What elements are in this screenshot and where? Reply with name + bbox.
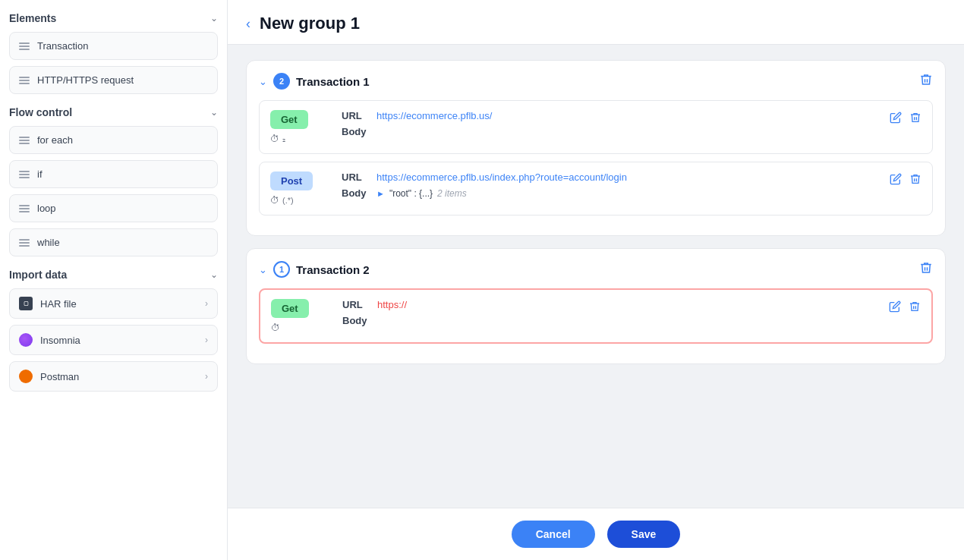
main-content: ‹ New group 1 ⌄ 2 Transaction 1 Get (228, 0, 964, 560)
request-actions-2-1 (889, 299, 921, 315)
edit-icon-1-1[interactable] (890, 112, 902, 126)
page-title: New group 1 (260, 14, 360, 33)
sidebar-item-while[interactable]: while (9, 228, 218, 256)
main-body: ⌄ 2 Transaction 1 Get ⏱ ₂ (228, 45, 964, 508)
timer-row-1-2: ⏱ (.*) (270, 195, 294, 206)
sidebar-item-postman[interactable]: Postman › (9, 361, 218, 392)
url-label-1-1: URL (342, 110, 369, 121)
sidebar-item-loop-label: loop (37, 203, 56, 214)
body-tree-1-2: ► "root" : {...} 2 items (376, 188, 467, 199)
timer-icon-1-1: ⏱ (270, 134, 279, 144)
request-row-1-1: Get ⏱ ₂ URL https://ecommerce.pflb.us/ B… (259, 100, 933, 154)
request-details-1-2: URL https://ecommerce.pflb.us/index.php?… (342, 171, 879, 203)
request-details-1-1: URL https://ecommerce.pflb.us/ Body (342, 110, 879, 142)
har-arrow-icon: › (205, 298, 208, 309)
transaction-card-1: ⌄ 2 Transaction 1 Get ⏱ ₂ (246, 60, 946, 236)
url-field-2-1: URL https:// (342, 299, 878, 310)
footer: Cancel Save (228, 508, 964, 560)
cancel-button[interactable]: Cancel (512, 521, 595, 548)
drag-handle-for-each (19, 137, 30, 144)
method-badge-get-1: Get (270, 110, 308, 129)
sidebar-item-if[interactable]: if (9, 160, 218, 188)
save-button[interactable]: Save (607, 521, 681, 548)
transaction-1-header: ⌄ 2 Transaction 1 (259, 73, 933, 90)
drag-handle-if (19, 171, 30, 178)
insomnia-arrow-icon: › (205, 335, 208, 345)
main-header: ‹ New group 1 (228, 0, 964, 45)
url-field-1-2: URL https://ecommerce.pflb.us/index.php?… (342, 171, 879, 183)
request-actions-1-2 (890, 171, 921, 187)
elements-section-title: Elements (9, 12, 56, 24)
request-row-1-2: Post ⏱ (.*) URL https://ecommerce.pflb.u… (259, 162, 933, 216)
method-block-1-2: Post ⏱ (.*) (270, 171, 331, 206)
sidebar-item-if-label: if (37, 168, 43, 180)
drag-handle-loop (19, 205, 30, 212)
sidebar-item-postman-label: Postman (40, 371, 79, 382)
timer-label-1-1: ₂ (282, 134, 285, 144)
elements-section-header[interactable]: Elements ⌄ (9, 12, 218, 24)
url-value-1-1: https://ecommerce.pflb.us/ (376, 110, 492, 121)
body-label-2-1: Body (342, 315, 370, 326)
delete-icon-2-1[interactable] (909, 300, 921, 315)
method-badge-post-1: Post (270, 171, 313, 190)
drag-handle-transaction (19, 42, 30, 50)
timer-row-2-1: ⏱ (271, 322, 280, 333)
sidebar-item-transaction[interactable]: Transaction (9, 32, 218, 60)
insomnia-icon (19, 333, 33, 347)
flow-control-chevron-icon: ⌄ (210, 107, 218, 118)
method-badge-get-2: Get (271, 299, 309, 318)
transaction-card-2: ⌄ 1 Transaction 2 Get ⏱ (246, 248, 946, 364)
har-icon: ▢ (19, 297, 33, 310)
url-value-1-2: https://ecommerce.pflb.us/index.php?rout… (376, 171, 627, 183)
flow-control-section-title: Flow control (9, 106, 72, 118)
sidebar-item-har-label: HAR file (40, 298, 77, 310)
postman-icon (19, 370, 33, 383)
sidebar-item-http-request[interactable]: HTTP/HTTPS request (9, 66, 218, 94)
method-block-1-1: Get ⏱ ₂ (270, 110, 331, 144)
sidebar-item-insomnia-label: Insomnia (40, 335, 80, 346)
flow-control-section: Flow control ⌄ for each if loop while (9, 106, 218, 256)
transaction-2-header: ⌄ 1 Transaction 2 (259, 261, 933, 278)
url-value-2-1: https:// (377, 299, 407, 310)
edit-icon-1-2[interactable] (890, 173, 902, 187)
sidebar: Elements ⌄ Transaction HTTP/HTTPS reques… (0, 0, 228, 560)
drag-handle-while (19, 239, 30, 247)
sidebar-item-transaction-label: Transaction (37, 40, 88, 52)
request-actions-1-1 (890, 110, 921, 126)
import-data-section-header[interactable]: Import data ⌄ (9, 269, 218, 281)
sidebar-item-loop[interactable]: loop (9, 194, 218, 222)
drag-handle-http (19, 77, 30, 84)
timer-row-1-1: ⏱ ₂ (270, 134, 285, 144)
sidebar-item-while-label: while (37, 237, 60, 248)
delete-icon-1-1[interactable] (909, 112, 921, 126)
import-data-section: Import data ⌄ ▢ HAR file › Insomnia › Po… (9, 269, 218, 392)
body-label-1-1: Body (342, 126, 369, 137)
timer-label-1-2: (.*) (282, 196, 294, 205)
transaction-1-title: Transaction 1 (296, 75, 919, 88)
sidebar-item-for-each-label: for each (37, 134, 73, 146)
body-key-1-2: "root" : {...} (389, 188, 433, 199)
edit-icon-2-1[interactable] (889, 300, 901, 315)
body-label-1-2: Body (342, 187, 369, 199)
transaction-1-delete-btn[interactable] (919, 73, 933, 90)
timer-icon-1-2: ⏱ (270, 195, 279, 206)
timer-icon-2-1: ⏱ (271, 322, 280, 333)
body-field-2-1: Body (342, 315, 878, 326)
flow-control-section-header[interactable]: Flow control ⌄ (9, 106, 218, 118)
sidebar-item-for-each[interactable]: for each (9, 126, 218, 154)
transaction-1-collapse-btn[interactable]: ⌄ (259, 76, 267, 87)
transaction-2-delete-btn[interactable] (919, 261, 933, 278)
url-label-1-2: URL (342, 171, 369, 183)
delete-icon-1-2[interactable] (909, 173, 921, 187)
body-expand-icon-1-2[interactable]: ► (376, 189, 385, 198)
import-data-chevron-icon: ⌄ (210, 269, 218, 280)
sidebar-item-har-file[interactable]: ▢ HAR file › (9, 288, 218, 319)
transaction-2-collapse-btn[interactable]: ⌄ (259, 264, 267, 275)
back-button[interactable]: ‹ (246, 16, 250, 32)
body-field-1-2: Body ► "root" : {...} 2 items (342, 187, 879, 199)
sidebar-item-insomnia[interactable]: Insomnia › (9, 325, 218, 355)
url-field-1-1: URL https://ecommerce.pflb.us/ (342, 110, 879, 121)
url-label-2-1: URL (342, 299, 370, 310)
transaction-1-badge: 2 (273, 73, 290, 90)
elements-section: Elements ⌄ Transaction HTTP/HTTPS reques… (9, 12, 218, 94)
